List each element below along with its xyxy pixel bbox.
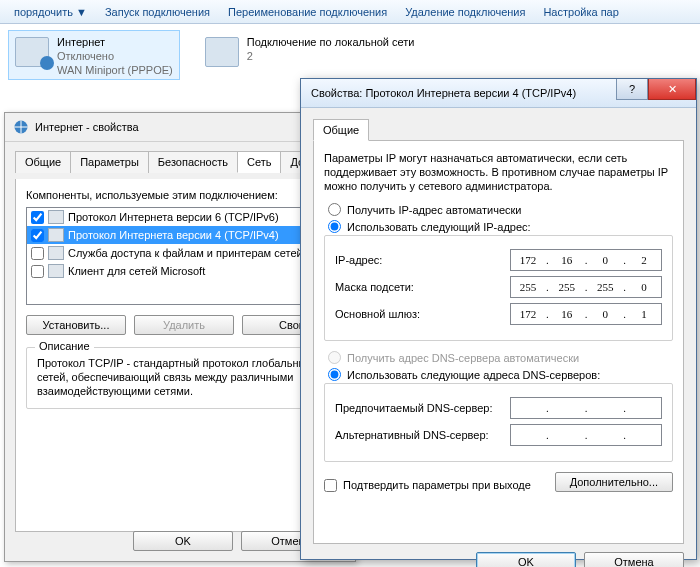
client-icon — [48, 264, 64, 278]
radio-label: Использовать следующие адреса DNS-сервер… — [347, 369, 600, 381]
connection-icon — [15, 37, 49, 67]
components-list[interactable]: Протокол Интернета версии 6 (TCP/IPv6) П… — [26, 207, 334, 305]
intro-text: Параметры IP могут назначаться автоматич… — [324, 151, 673, 193]
connection-internet[interactable]: Интернет Отключено WAN Miniport (PPPOE) — [8, 30, 180, 80]
item-checkbox[interactable] — [31, 229, 44, 242]
globe-icon — [13, 119, 29, 135]
list-item[interactable]: Протокол Интернета версии 6 (TCP/IPv6) — [27, 208, 333, 226]
item-label: Клиент для сетей Microsoft — [68, 265, 205, 277]
radio-label: Получить адрес DNS-сервера автоматически — [347, 352, 579, 364]
connection-title: Подключение по локальной сети — [247, 35, 415, 49]
remove-button: Удалить — [134, 315, 234, 335]
connection-lan[interactable]: Подключение по локальной сети 2 — [198, 30, 422, 80]
item-checkbox[interactable] — [31, 265, 44, 278]
ok-button[interactable]: OK — [133, 531, 233, 551]
dns1-label: Предпочитаемый DNS-сервер: — [335, 402, 510, 414]
mask-label: Маска подсети: — [335, 281, 510, 293]
item-label: Служба доступа к файлам и принтерам сете… — [68, 247, 303, 259]
cancel-button[interactable]: Отмена — [584, 552, 684, 567]
tab-security[interactable]: Безопасность — [148, 151, 238, 173]
tab-general[interactable]: Общие — [15, 151, 71, 173]
dns-group: Предпочитаемый DNS-сервер: ... Альтернат… — [324, 383, 673, 462]
tabs: Общие Параметры Безопасность Сеть Досту — [15, 150, 345, 173]
help-button[interactable]: ? — [616, 79, 648, 100]
checkbox-label: Подтвердить параметры при выходе — [343, 479, 531, 491]
radio-auto-ip[interactable]: Получить IP-адрес автоматически — [328, 203, 673, 216]
dns2-input[interactable]: ... — [510, 424, 662, 446]
connection-icon — [205, 37, 239, 67]
tab-general[interactable]: Общие — [313, 119, 369, 141]
radio-input — [328, 351, 341, 364]
description-legend: Описание — [35, 340, 94, 352]
dialog-title: Свойства: Протокол Интернета версии 4 (T… — [311, 87, 576, 99]
ok-button[interactable]: OK — [476, 552, 576, 567]
ip-input[interactable]: 172.16.0.2 — [510, 249, 662, 271]
connection-status: Отключено — [57, 49, 173, 63]
protocol-icon — [48, 228, 64, 242]
connection-title: Интернет — [57, 35, 173, 49]
toolbar-item[interactable]: Запуск подключения — [105, 6, 210, 18]
connection-device: WAN Miniport (PPPOE) — [57, 63, 173, 77]
radio-label: Получить IP-адрес автоматически — [347, 204, 521, 216]
validate-checkbox[interactable]: Подтвердить параметры при выходе — [324, 479, 531, 492]
gateway-input[interactable]: 172.16.0.1 — [510, 303, 662, 325]
connections-row: Интернет Отключено WAN Miniport (PPPOE) … — [8, 30, 698, 80]
components-label: Компоненты, используемые этим подключени… — [26, 189, 334, 201]
toolbar: порядочить ▼ Запуск подключения Переимен… — [0, 0, 700, 24]
service-icon — [48, 246, 64, 260]
item-label: Протокол Интернета версии 4 (TCP/IPv4) — [68, 229, 279, 241]
toolbar-item[interactable]: Переименование подключения — [228, 6, 387, 18]
radio-input[interactable] — [328, 220, 341, 233]
radio-manual-ip[interactable]: Использовать следующий IP-адрес: — [328, 220, 673, 233]
checkbox-input[interactable] — [324, 479, 337, 492]
dns2-label: Альтернативный DNS-сервер: — [335, 429, 510, 441]
tab-network[interactable]: Сеть — [237, 151, 281, 173]
list-item[interactable]: Протокол Интернета версии 4 (TCP/IPv4) — [27, 226, 333, 244]
dns1-input[interactable]: ... — [510, 397, 662, 419]
radio-manual-dns[interactable]: Использовать следующие адреса DNS-сервер… — [328, 368, 673, 381]
mask-input[interactable]: 255.255.255.0 — [510, 276, 662, 298]
install-button[interactable]: Установить... — [26, 315, 126, 335]
tab-options[interactable]: Параметры — [70, 151, 149, 173]
toolbar-item[interactable]: Удаление подключения — [405, 6, 525, 18]
radio-input[interactable] — [328, 203, 341, 216]
list-item[interactable]: Клиент для сетей Microsoft — [27, 262, 333, 280]
close-button[interactable]: ✕ — [648, 79, 696, 100]
item-checkbox[interactable] — [31, 247, 44, 260]
item-label: Протокол Интернета версии 6 (TCP/IPv6) — [68, 211, 279, 223]
dialog-titlebar[interactable]: Свойства: Протокол Интернета версии 4 (T… — [301, 79, 696, 108]
ip-label: IP-адрес: — [335, 254, 510, 266]
radio-input[interactable] — [328, 368, 341, 381]
connection-status: 2 — [247, 49, 415, 63]
dialog-tcpip-properties: Свойства: Протокол Интернета версии 4 (T… — [300, 78, 697, 560]
toolbar-item[interactable]: порядочить ▼ — [14, 6, 87, 18]
list-item[interactable]: Служба доступа к файлам и принтерам сете… — [27, 244, 333, 262]
advanced-button[interactable]: Дополнительно... — [555, 472, 673, 492]
description-text: Протокол TCP/IP - стандартный протокол г… — [37, 356, 323, 398]
gateway-label: Основной шлюз: — [335, 308, 510, 320]
radio-auto-dns: Получить адрес DNS-сервера автоматически — [328, 351, 673, 364]
radio-label: Использовать следующий IP-адрес: — [347, 221, 531, 233]
dialog-title: Интернет - свойства — [35, 121, 139, 133]
toolbar-item[interactable]: Настройка пар — [543, 6, 618, 18]
ip-group: IP-адрес: 172.16.0.2 Маска подсети: 255.… — [324, 235, 673, 341]
protocol-icon — [48, 210, 64, 224]
item-checkbox[interactable] — [31, 211, 44, 224]
